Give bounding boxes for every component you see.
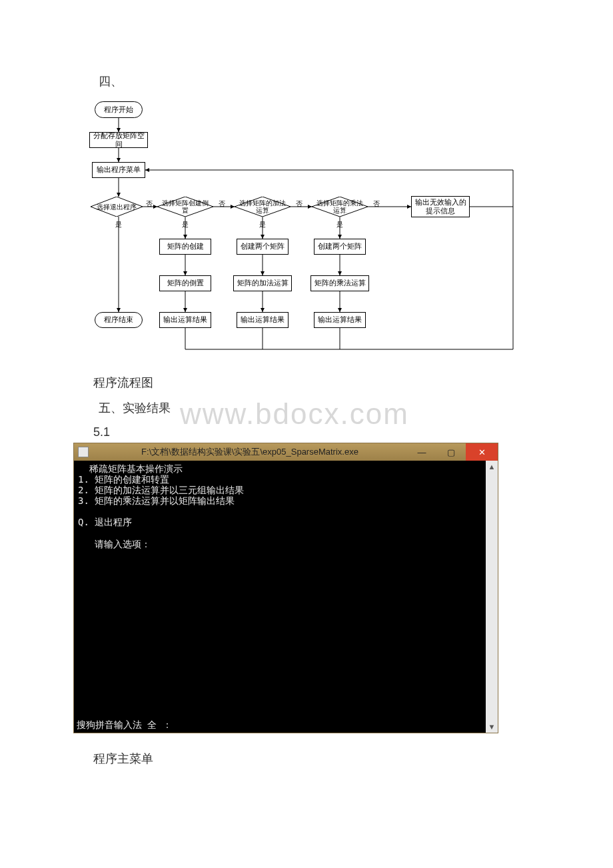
- heading-section-4: 四、: [99, 73, 123, 89]
- flowchart-label-yes-4: 是: [336, 220, 343, 229]
- flowchart-decision-add: 选择矩阵的加法运算: [235, 197, 291, 217]
- window-buttons: — ▢ ✕: [407, 443, 498, 461]
- flowchart-decision-create: 选择矩阵创建倒置: [157, 197, 213, 217]
- flowchart-label-no-3: 否: [296, 199, 303, 209]
- heading-section-5: 五、实验结果: [99, 400, 171, 416]
- heading-section-5-1: 5.1: [93, 425, 110, 439]
- flowchart-node-create: 矩阵的创建: [159, 239, 211, 255]
- flowchart-decision-add-label: 选择矩阵的加法运算: [235, 199, 291, 214]
- flowchart-node-transpose: 矩阵的倒置: [159, 275, 211, 291]
- maximize-button[interactable]: ▢: [436, 443, 466, 461]
- flowchart-label-yes-1: 是: [115, 220, 122, 229]
- scrollbar[interactable]: ▲ ▼: [486, 461, 498, 733]
- flowchart-node-invalid: 输出无效输入的提示信息: [411, 196, 470, 217]
- flowchart-node-create-two-b: 创建两个矩阵: [314, 239, 366, 255]
- window-titlebar[interactable]: F:\文档\数据结构实验课\实验五\exp05_SparseMatrix.exe…: [74, 443, 498, 461]
- flowchart-node-create-two-a: 创建两个矩阵: [237, 239, 289, 255]
- scroll-up-icon[interactable]: ▲: [486, 461, 498, 473]
- ime-status: 搜狗拼音输入法 全 ：: [77, 719, 172, 731]
- flowchart-node-end: 程序结束: [95, 312, 143, 328]
- flowchart-node-out1: 输出运算结果: [159, 312, 211, 328]
- flowchart-label-no-2: 否: [219, 199, 225, 209]
- flowchart-decision-create-label: 选择矩阵创建倒置: [157, 199, 213, 214]
- console-line-opt1: 1. 矩阵的创建和转置: [78, 474, 169, 485]
- flowchart-decision-exit-label: 选择退出程序: [93, 203, 141, 211]
- flowchart-label-no-1: 否: [146, 199, 153, 209]
- console-line-prompt: 请输入选项：: [78, 539, 151, 549]
- main-menu-caption: 程序主菜单: [93, 751, 153, 767]
- console-output[interactable]: 稀疏矩阵基本操作演示 1. 矩阵的创建和转置 2. 矩阵的加法运算并以三元组输出…: [74, 461, 486, 733]
- flowchart-label-yes-3: 是: [259, 220, 266, 229]
- watermark-text: www.bdocx.com: [180, 397, 409, 431]
- flowchart-decision-mul: 选择矩阵的乘法运算: [312, 197, 368, 217]
- scroll-down-icon[interactable]: ▼: [486, 721, 498, 733]
- console-line-header: 稀疏矩阵基本操作演示: [78, 463, 183, 474]
- flowchart-label-no-4: 否: [373, 199, 380, 209]
- console-line-opt3: 3. 矩阵的乘法运算并以矩阵输出结果: [78, 495, 235, 506]
- app-icon: [78, 447, 89, 457]
- flowchart-decision-mul-label: 选择矩阵的乘法运算: [312, 199, 368, 214]
- console-line-quit: Q. 退出程序: [78, 517, 132, 527]
- close-button[interactable]: ✕: [466, 443, 498, 461]
- flowchart-node-out2: 输出运算结果: [237, 312, 289, 328]
- console-body: 稀疏矩阵基本操作演示 1. 矩阵的创建和转置 2. 矩阵的加法运算并以三元组输出…: [74, 461, 498, 733]
- flowchart-node-menu: 输出程序菜单: [92, 162, 145, 178]
- flowchart-diagram: 程序开始 分配存放矩阵空间 输出程序菜单 选择退出程序 选择矩阵创建倒置 选择矩…: [85, 96, 521, 361]
- flowchart-node-add-op: 矩阵的加法运算: [233, 275, 292, 291]
- flowchart-node-alloc: 分配存放矩阵空间: [89, 132, 148, 148]
- document-page: www.bdocx.com 四、: [0, 0, 613, 868]
- flowchart-node-out3: 输出运算结果: [314, 312, 366, 328]
- minimize-button[interactable]: —: [407, 443, 436, 461]
- flowchart-connectors: [85, 96, 521, 361]
- console-line-opt2: 2. 矩阵的加法运算并以三元组输出结果: [78, 485, 244, 495]
- window-title: F:\文档\数据结构实验课\实验五\exp05_SparseMatrix.exe: [93, 446, 407, 458]
- flowchart-label-yes-2: 是: [182, 220, 189, 229]
- console-window: F:\文档\数据结构实验课\实验五\exp05_SparseMatrix.exe…: [73, 443, 498, 733]
- flowchart-node-mul-op: 矩阵的乘法运算: [310, 275, 369, 291]
- flowchart-caption: 程序流程图: [93, 375, 153, 391]
- flowchart-decision-exit: 选择退出程序: [91, 197, 143, 217]
- flowchart-node-start: 程序开始: [95, 101, 143, 118]
